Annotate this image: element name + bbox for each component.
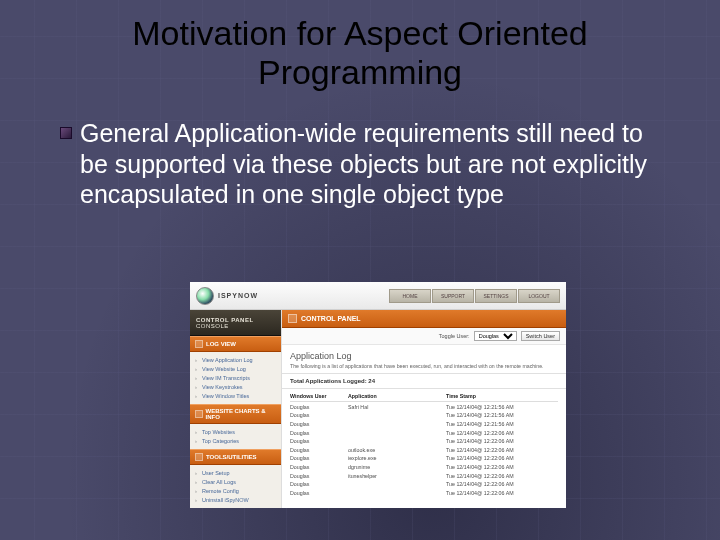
toggle-label: Toggle User:	[439, 333, 470, 339]
bullet-item: General Application-wide requirements st…	[0, 100, 720, 210]
sidebar-group-tools: User Setup Clear All Logs Remote Config …	[190, 465, 281, 508]
cell-app	[348, 490, 446, 496]
cell-ts: Tue 12/14/04@ 12:22:06 AM	[446, 438, 558, 444]
sidebar-item[interactable]: View Keystrokes	[190, 382, 281, 391]
cell-user: Douglas	[290, 481, 348, 487]
total-count: Total Applications Logged: 24	[282, 374, 566, 389]
cell-ts: Tue 12/14/04@ 12:22:06 AM	[446, 464, 558, 470]
logo-icon	[196, 287, 214, 305]
bullet-text: General Application-wide requirements st…	[80, 118, 660, 210]
cell-app: Safri Hal	[348, 404, 446, 410]
cell-ts: Tue 12/14/04@ 12:22:06 AM	[446, 490, 558, 496]
cell-user: Douglas	[290, 430, 348, 436]
table-row: DouglasituneshelperTue 12/14/04@ 12:22:0…	[290, 471, 558, 480]
app-log-table: Windows User Application Time Stamp Doug…	[282, 389, 566, 503]
toggle-user-select[interactable]: Douglas	[474, 331, 517, 341]
bullet-icon	[60, 127, 72, 139]
main-header: CONTROL PANEL	[282, 310, 566, 328]
cell-app	[348, 421, 446, 427]
sidebar-item[interactable]: Top Websites	[190, 427, 281, 436]
sidebar-item[interactable]: View Application Log	[190, 355, 281, 364]
table-row: DouglasTue 12/14/04@ 12:21:56 AM	[290, 411, 558, 420]
table-row: Douglasiexplore.exeTue 12/14/04@ 12:22:0…	[290, 454, 558, 463]
cell-ts: Tue 12/14/04@ 12:22:06 AM	[446, 447, 558, 453]
embedded-screenshot: ISPYNOW HOME SUPPORT SETTINGS LOGOUT CON…	[190, 282, 566, 508]
cell-user: Douglas	[290, 473, 348, 479]
main-panel: CONTROL PANEL Toggle User: Douglas Switc…	[282, 310, 566, 508]
section-title: Application Log	[282, 345, 566, 363]
table-row: DouglasTue 12/14/04@ 12:21:56 AM	[290, 420, 558, 429]
cell-user: Douglas	[290, 464, 348, 470]
cell-app	[348, 438, 446, 444]
cell-ts: Tue 12/14/04@ 12:22:06 AM	[446, 481, 558, 487]
sidebar-header-tools[interactable]: TOOLS/UTILITIES	[190, 449, 281, 465]
sidebar-group-charts: Top Websites Top Categories	[190, 424, 281, 449]
cell-app	[348, 430, 446, 436]
nav-support[interactable]: SUPPORT	[432, 289, 474, 303]
sidebar-header-charts[interactable]: WEBSITE CHARTS & INFO	[190, 404, 281, 424]
col-app: Application	[348, 393, 446, 399]
sidebar-item[interactable]: User Setup	[190, 468, 281, 477]
sidebar-item[interactable]: View IM Transcripts	[190, 373, 281, 382]
cell-app: outlook.exe	[348, 447, 446, 453]
toggle-user-row: Toggle User: Douglas Switch User	[282, 328, 566, 345]
col-ts: Time Stamp	[446, 393, 558, 399]
cell-app	[348, 481, 446, 487]
sidebar-item[interactable]: View Window Titles	[190, 391, 281, 400]
sidebar-item[interactable]: Top Categories	[190, 436, 281, 445]
cell-app: dgrunime	[348, 464, 446, 470]
sidebar: CONTROL PANEL CONSOLE LOG VIEW View Appl…	[190, 310, 282, 508]
slide-title: Motivation for Aspect Oriented Programmi…	[0, 0, 720, 100]
cell-user: Douglas	[290, 438, 348, 444]
cell-user: Douglas	[290, 421, 348, 427]
cell-user: Douglas	[290, 490, 348, 496]
cell-ts: Tue 12/14/04@ 12:21:56 AM	[446, 421, 558, 427]
nav-home[interactable]: HOME	[389, 289, 431, 303]
nav-settings[interactable]: SETTINGS	[475, 289, 517, 303]
sidebar-header-logview[interactable]: LOG VIEW	[190, 336, 281, 352]
cell-app: ituneshelper	[348, 473, 446, 479]
table-row: DouglasTue 12/14/04@ 12:22:06 AM	[290, 480, 558, 489]
sidebar-item[interactable]: Uninstall iSpyNOW	[190, 495, 281, 504]
cell-ts: Tue 12/14/04@ 12:21:56 AM	[446, 412, 558, 418]
cell-user: Douglas	[290, 447, 348, 453]
nav-logout[interactable]: LOGOUT	[518, 289, 560, 303]
section-description: The following is a list of applications …	[282, 363, 566, 374]
table-row: DouglasTue 12/14/04@ 12:22:06 AM	[290, 428, 558, 437]
sidebar-group-logview: View Application Log View Website Log Vi…	[190, 352, 281, 404]
cell-ts: Tue 12/14/04@ 12:22:06 AM	[446, 430, 558, 436]
table-row: DouglasTue 12/14/04@ 12:22:06 AM	[290, 437, 558, 446]
table-row: DouglasTue 12/14/04@ 12:22:06 AM	[290, 489, 558, 498]
cell-ts: Tue 12/14/04@ 12:21:56 AM	[446, 404, 558, 410]
console-line2: CONSOLE	[196, 323, 281, 329]
console-banner: CONTROL PANEL CONSOLE	[190, 310, 281, 336]
table-row: Douglasoutlook.exeTue 12/14/04@ 12:22:06…	[290, 446, 558, 455]
sidebar-item[interactable]: Clear All Logs	[190, 477, 281, 486]
switch-user-button[interactable]: Switch User	[521, 331, 560, 341]
cell-app: iexplore.exe	[348, 455, 446, 461]
cell-user: Douglas	[290, 404, 348, 410]
sidebar-item[interactable]: Remote Config	[190, 486, 281, 495]
cell-ts: Tue 12/14/04@ 12:22:06 AM	[446, 473, 558, 479]
cell-ts: Tue 12/14/04@ 12:22:06 AM	[446, 455, 558, 461]
table-row: DouglasdgrunimeTue 12/14/04@ 12:22:06 AM	[290, 463, 558, 472]
table-header: Windows User Application Time Stamp	[290, 392, 558, 402]
cell-app	[348, 412, 446, 418]
top-nav: HOME SUPPORT SETTINGS LOGOUT	[389, 289, 560, 303]
cell-user: Douglas	[290, 412, 348, 418]
app-topbar: ISPYNOW HOME SUPPORT SETTINGS LOGOUT	[190, 282, 566, 310]
col-user: Windows User	[290, 393, 348, 399]
cell-user: Douglas	[290, 455, 348, 461]
table-row: DouglasSafri HalTue 12/14/04@ 12:21:56 A…	[290, 403, 558, 412]
sidebar-item[interactable]: View Website Log	[190, 364, 281, 373]
brand-name: ISPYNOW	[218, 292, 258, 299]
